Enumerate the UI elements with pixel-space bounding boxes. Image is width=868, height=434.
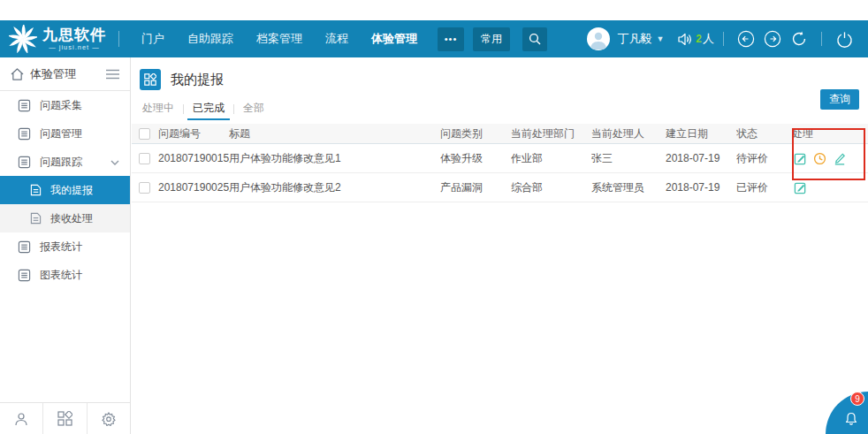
cell-date: 2018-07-19 — [666, 181, 736, 194]
column-header-category: 问题类别 — [440, 126, 511, 141]
power-icon — [836, 31, 853, 48]
forward-button[interactable] — [763, 29, 782, 49]
tab-all[interactable]: 全部 — [234, 100, 273, 118]
main-content: 我的提报 处理中 已完成 全部 查询 问题编号 标题 问题类别 当前处理部门 当… — [132, 57, 868, 434]
app-window: 九思软件 — jiusi.net — 门户 自助跟踪 档案管理 流程 体验管理 … — [0, 0, 868, 434]
cell-status: 待评价 — [736, 151, 792, 166]
sidebar-header: 体验管理 — [0, 57, 130, 91]
cell-issue-id: 201807190015453 — [158, 152, 229, 164]
status-tabs: 处理中 已完成 全部 — [133, 100, 868, 118]
column-header-date: 建立日期 — [666, 126, 736, 141]
cell-issue-id: 201807190025433 — [158, 181, 229, 194]
edit-icon[interactable] — [833, 152, 847, 165]
sidebar-item-issue-collection[interactable]: 问题采集 — [0, 91, 130, 119]
logout-button[interactable] — [834, 29, 854, 49]
nav-item-archive[interactable]: 档案管理 — [245, 31, 314, 47]
sidebar-footer — [0, 402, 130, 434]
footer-profile-button[interactable] — [0, 403, 43, 434]
cell-status: 已评价 — [736, 180, 792, 195]
avatar-person-icon — [590, 30, 607, 49]
nav-item-experience-active[interactable]: 体验管理 — [360, 31, 429, 47]
sidebar: 体验管理 问题采集 — [0, 57, 131, 434]
document-list-icon — [18, 240, 31, 254]
document-list-icon — [18, 99, 31, 112]
user-name[interactable]: 丁凡毅 — [617, 31, 651, 47]
sidebar-collapse-button[interactable] — [106, 69, 119, 80]
cell-handler: 系统管理员 — [591, 180, 666, 195]
query-button[interactable]: 查询 — [820, 89, 859, 110]
column-header-title: 标题 — [229, 126, 440, 141]
topbar-divider — [723, 32, 724, 46]
home-icon — [11, 68, 24, 80]
common-button[interactable]: 常用 — [473, 27, 510, 51]
nav-item-workflow[interactable]: 流程 — [314, 31, 360, 47]
online-count: 2 — [696, 33, 702, 45]
evaluate-icon[interactable] — [794, 152, 807, 165]
tab-completed-active[interactable]: 已完成 — [184, 100, 233, 118]
column-header-dept: 当前处理部门 — [511, 126, 591, 141]
sidebar-item-issue-tracking[interactable]: 问题跟踪 — [0, 148, 130, 176]
notification-badge: 9 — [850, 392, 864, 406]
sidebar-item-label: 问题采集 — [40, 98, 82, 113]
page-header: 我的提报 — [132, 57, 868, 90]
nav-item-portal[interactable]: 门户 — [130, 31, 176, 47]
tab-processing[interactable]: 处理中 — [133, 100, 183, 118]
topbar-divider — [118, 31, 119, 47]
nav-more-button[interactable]: ••• — [438, 27, 464, 51]
cell-category: 体验升级 — [440, 151, 511, 166]
column-header-actions: 处理 — [792, 126, 868, 141]
sidebar-item-chart-statistics[interactable]: 图表统计 — [0, 261, 130, 289]
row-checkbox[interactable] — [139, 182, 150, 194]
user-avatar[interactable] — [587, 27, 610, 50]
evaluate-icon[interactable] — [794, 181, 807, 194]
back-button[interactable] — [736, 29, 756, 49]
sidebar-item-label: 问题管理 — [40, 126, 82, 141]
table-row: 201807190015453 用户体验功能修改意见1 体验升级 作业部 张三 … — [132, 144, 868, 173]
sidebar-item-report-statistics[interactable]: 报表统计 — [0, 232, 130, 261]
sidebar-title: 体验管理 — [30, 66, 76, 82]
document-list-icon — [18, 127, 31, 141]
history-icon[interactable] — [813, 152, 826, 165]
sidebar-item-label: 问题跟踪 — [40, 155, 82, 170]
cell-actions — [792, 181, 868, 194]
page-title: 我的提报 — [171, 72, 224, 88]
sidebar-item-receive-processing[interactable]: 接收处理 — [0, 204, 130, 232]
cell-category: 产品漏洞 — [440, 180, 511, 195]
page-title-icon — [140, 69, 161, 90]
hamburger-icon — [106, 69, 119, 80]
top-navigation-bar: 九思软件 — jiusi.net — 门户 自助跟踪 档案管理 流程 体验管理 … — [0, 20, 868, 57]
cell-issue-title[interactable]: 用户体验功能修改意见1 — [229, 151, 440, 166]
bell-icon — [843, 411, 859, 427]
speaker-icon — [678, 33, 693, 46]
sidebar-item-my-submissions[interactable]: 我的提报 — [0, 176, 130, 204]
select-all-checkbox[interactable] — [139, 128, 150, 140]
footer-apps-button[interactable] — [43, 403, 87, 434]
search-icon — [529, 33, 541, 45]
search-button[interactable] — [522, 27, 547, 51]
nav-item-self-tracking[interactable]: 自助跟踪 — [176, 31, 245, 47]
cell-actions — [792, 152, 868, 165]
topbar-divider — [821, 32, 822, 46]
apps-grid-icon — [144, 73, 156, 86]
cell-issue-title[interactable]: 用户体验功能修改意见2 — [229, 180, 440, 195]
apps-grid-icon — [57, 411, 72, 426]
column-header-id: 问题编号 — [158, 126, 229, 141]
refresh-button[interactable] — [789, 29, 809, 49]
document-list-icon — [18, 156, 31, 169]
user-menu-chevron-icon[interactable]: ▼ — [656, 34, 664, 43]
sidebar-item-label: 接收处理 — [50, 211, 93, 226]
table-row: 201807190025433 用户体验功能修改意见2 产品漏洞 综合部 系统管… — [132, 173, 868, 202]
footer-settings-button[interactable] — [88, 403, 130, 434]
column-header-handler: 当前处理人 — [591, 126, 666, 141]
sidebar-item-label: 我的提报 — [50, 183, 93, 198]
row-checkbox[interactable] — [139, 153, 150, 164]
sidebar-item-issue-management[interactable]: 问题管理 — [0, 119, 130, 148]
table-header: 问题编号 标题 问题类别 当前处理部门 当前处理人 建立日期 状态 处理 — [132, 124, 868, 144]
sidebar-item-label: 图表统计 — [40, 268, 82, 283]
forward-arrow-icon — [764, 30, 781, 48]
cell-handler: 张三 — [591, 151, 666, 166]
online-users[interactable]: 2 人 — [678, 31, 714, 47]
column-header-status: 状态 — [736, 126, 792, 141]
cell-dept: 作业部 — [511, 151, 591, 166]
cell-dept: 综合部 — [511, 180, 591, 195]
